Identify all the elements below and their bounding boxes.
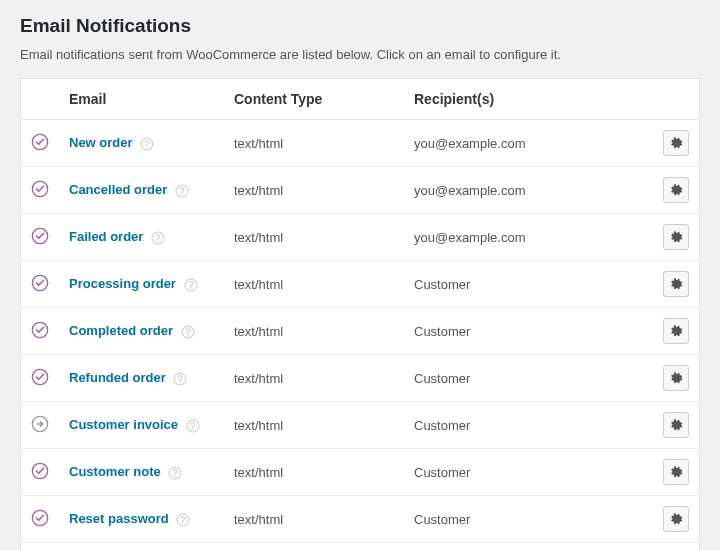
svg-point-26 — [175, 475, 176, 476]
configure-button-completed-order[interactable] — [663, 318, 689, 344]
help-icon[interactable] — [175, 184, 189, 198]
column-header-recipients: Recipient(s) — [404, 79, 648, 120]
recipient-value: you@example.com — [414, 136, 525, 151]
table-row-failed-order: Failed order text/html you@example.com — [21, 214, 700, 261]
svg-point-20 — [180, 381, 181, 382]
configure-button-cancelled-order[interactable] — [663, 177, 689, 203]
table-row-processing-order: Processing order text/html Customer — [21, 261, 700, 308]
table-row-cancelled-order: Cancelled order text/html you@example.co… — [21, 167, 700, 214]
gear-icon — [669, 276, 683, 293]
gear-icon — [669, 135, 683, 152]
gear-icon — [669, 323, 683, 340]
email-link-refunded-order[interactable]: Refunded order — [69, 370, 166, 385]
email-notifications-table: Email Content Type Recipient(s) — [20, 78, 700, 550]
status-enabled-icon — [31, 509, 49, 527]
page-title: Email Notifications — [20, 15, 700, 37]
svg-point-14 — [190, 287, 191, 288]
table-row-new-account: New account text/html Customer — [21, 543, 700, 551]
page-description: Email notifications sent from WooCommerc… — [20, 47, 700, 62]
configure-button-customer-note[interactable] — [663, 459, 689, 485]
email-link-completed-order[interactable]: Completed order — [69, 323, 173, 338]
column-header-email: Email — [59, 79, 224, 120]
content-type-value: text/html — [234, 277, 283, 292]
configure-button-new-order[interactable] — [663, 130, 689, 156]
gear-icon — [669, 417, 683, 434]
email-link-failed-order[interactable]: Failed order — [69, 229, 143, 244]
content-type-value: text/html — [234, 465, 283, 480]
help-icon[interactable] — [168, 466, 182, 480]
help-icon[interactable] — [140, 137, 154, 151]
status-manual-icon — [31, 415, 49, 433]
gear-icon — [669, 182, 683, 199]
help-icon[interactable] — [173, 372, 187, 386]
gear-icon — [669, 511, 683, 528]
recipient-value: Customer — [414, 277, 470, 292]
recipient-value: you@example.com — [414, 183, 525, 198]
help-icon[interactable] — [151, 231, 165, 245]
email-link-new-order[interactable]: New order — [69, 135, 133, 150]
email-link-processing-order[interactable]: Processing order — [69, 276, 176, 291]
email-link-reset-password[interactable]: Reset password — [69, 511, 169, 526]
status-enabled-icon — [31, 274, 49, 292]
recipient-value: you@example.com — [414, 230, 525, 245]
status-enabled-icon — [31, 133, 49, 151]
table-row-completed-order: Completed order text/html Customer — [21, 308, 700, 355]
column-header-content-type: Content Type — [224, 79, 404, 120]
content-type-value: text/html — [234, 418, 283, 433]
status-enabled-icon — [31, 368, 49, 386]
svg-point-17 — [187, 334, 188, 335]
recipient-value: Customer — [414, 465, 470, 480]
email-link-cancelled-order[interactable]: Cancelled order — [69, 182, 167, 197]
email-link-customer-note[interactable]: Customer note — [69, 464, 161, 479]
configure-button-processing-order[interactable] — [663, 271, 689, 297]
table-row-customer-note: Customer note text/html Customer — [21, 449, 700, 496]
svg-point-29 — [183, 522, 184, 523]
svg-point-8 — [181, 193, 182, 194]
table-row-customer-invoice: Customer invoice text/html Customer — [21, 402, 700, 449]
configure-button-refunded-order[interactable] — [663, 365, 689, 391]
help-icon[interactable] — [186, 419, 200, 433]
gear-icon — [669, 229, 683, 246]
recipient-value: Customer — [414, 371, 470, 386]
table-row-refunded-order: Refunded order text/html Customer — [21, 355, 700, 402]
configure-button-customer-invoice[interactable] — [663, 412, 689, 438]
email-link-customer-invoice[interactable]: Customer invoice — [69, 417, 178, 432]
recipient-value: Customer — [414, 418, 470, 433]
status-enabled-icon — [31, 321, 49, 339]
svg-point-11 — [157, 240, 158, 241]
status-enabled-icon — [31, 227, 49, 245]
help-icon[interactable] — [176, 513, 190, 527]
table-row-reset-password: Reset password text/html Customer — [21, 496, 700, 543]
content-type-value: text/html — [234, 183, 283, 198]
recipient-value: Customer — [414, 512, 470, 527]
status-enabled-icon — [31, 462, 49, 480]
configure-button-failed-order[interactable] — [663, 224, 689, 250]
configure-button-reset-password[interactable] — [663, 506, 689, 532]
recipient-value: Customer — [414, 324, 470, 339]
status-enabled-icon — [31, 180, 49, 198]
column-header-status — [21, 79, 60, 120]
content-type-value: text/html — [234, 324, 283, 339]
content-type-value: text/html — [234, 371, 283, 386]
svg-point-5 — [147, 146, 148, 147]
gear-icon — [669, 370, 683, 387]
content-type-value: text/html — [234, 136, 283, 151]
column-header-actions — [648, 79, 700, 120]
content-type-value: text/html — [234, 512, 283, 527]
gear-icon — [669, 464, 683, 481]
table-row-new-order: New order text/html you@example.com — [21, 120, 700, 167]
svg-point-23 — [192, 428, 193, 429]
help-icon[interactable] — [184, 278, 198, 292]
help-icon[interactable] — [181, 325, 195, 339]
content-type-value: text/html — [234, 230, 283, 245]
